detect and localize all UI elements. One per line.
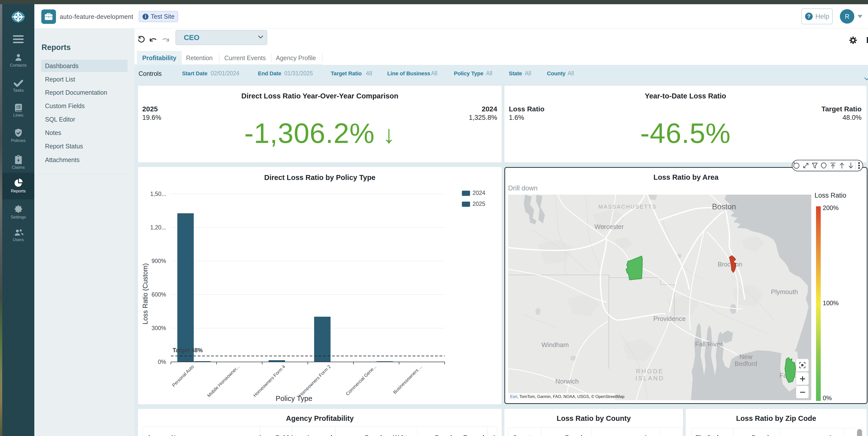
svg-text:Norwich: Norwich (555, 377, 579, 385)
svg-text:Mobile Homeowner...: Mobile Homeowner... (206, 364, 241, 398)
svg-text:600%: 600% (152, 291, 166, 298)
svg-text:Policy Type: Policy Type (276, 395, 312, 402)
svg-text:900%: 900% (152, 258, 166, 264)
svg-text:New: New (739, 353, 752, 361)
svg-text:Fall River: Fall River (695, 340, 722, 348)
svg-text:MASSACHUSETTS: MASSACHUSETTS (598, 204, 657, 210)
svg-text:Homeowners Form 2: Homeowners Form 2 (298, 364, 332, 398)
svg-text:ISLAND: ISLAND (636, 375, 664, 381)
svg-text:Worcester: Worcester (594, 223, 624, 230)
svg-text:?: ? (807, 13, 810, 20)
svg-text:Businessowners ...: Businessowners ... (392, 364, 423, 395)
svg-text:Direct Loss Ratio by Policy Ty: Direct Loss Ratio by Policy Type (264, 173, 375, 181)
svg-text:Bedford: Bedford (735, 360, 757, 367)
svg-text:Brockton: Brockton (718, 261, 742, 268)
svg-text:Plymouth: Plymouth (771, 288, 798, 296)
svg-text:1,50...: 1,50... (150, 191, 166, 197)
svg-text:Windham: Windham (541, 341, 569, 348)
svg-text:2024: 2024 (472, 190, 485, 196)
svg-text:Target 48%: Target 48% (173, 347, 203, 354)
svg-text:Esri, TomTom, Garmin, FAO, NOA: Esri, TomTom, Garmin, FAO, NOAA, USGS, ©… (510, 394, 624, 399)
svg-text:RHODE: RHODE (636, 368, 664, 375)
svg-text:Loss Ratio (Custom): Loss Ratio (Custom) (142, 263, 149, 324)
svg-text:Commercial Gene...: Commercial Gene... (345, 364, 377, 397)
svg-text:Boston: Boston (712, 202, 736, 211)
svg-text:Providence: Providence (653, 315, 686, 323)
svg-text:1,20...: 1,20... (150, 224, 166, 231)
svg-text:Personal Auto: Personal Auto (171, 364, 195, 388)
svg-text:Homeowners Form 4: Homeowners Form 4 (252, 364, 286, 398)
svg-text:2025: 2025 (472, 201, 485, 207)
svg-text:0%: 0% (158, 359, 166, 365)
svg-text:300%: 300% (152, 325, 166, 331)
